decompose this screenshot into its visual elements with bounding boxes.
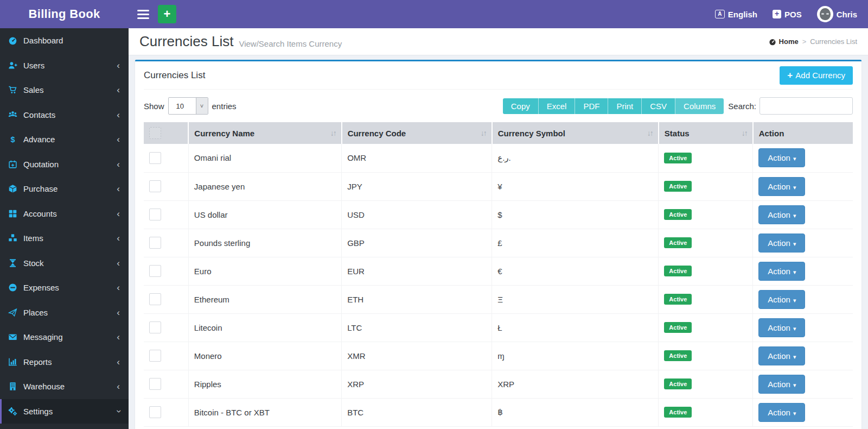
page-subtitle: View/Search Items Currency (239, 35, 342, 48)
cube-icon (8, 184, 23, 193)
page-title: Currencies List (139, 33, 233, 50)
export-csv-button[interactable]: CSV (641, 98, 675, 114)
row-checkbox[interactable] (149, 321, 161, 333)
add-currency-button[interactable]: + Add Currency (780, 66, 853, 85)
export-excel-button[interactable]: Excel (538, 98, 575, 114)
currency-code-cell: OMR (342, 144, 492, 172)
page-size-value: 10 (169, 98, 196, 114)
row-checkbox[interactable] (149, 378, 161, 390)
sidebar-item-items[interactable]: Items‹ (0, 226, 129, 251)
action-dropdown-button[interactable]: Action▾ (758, 290, 805, 309)
caret-down-icon: ▾ (793, 382, 796, 388)
column-header-currency-code[interactable]: Currency Code↓↑ (342, 122, 492, 144)
sidebar-item-purchase[interactable]: Purchase‹ (0, 176, 129, 201)
breadcrumb-home[interactable]: Home (769, 37, 799, 46)
currency-name-cell: US dollar (188, 200, 341, 229)
card-title: Currencies List (144, 70, 205, 81)
row-checkbox[interactable] (149, 350, 161, 362)
action-dropdown-button[interactable]: Action▾ (758, 148, 805, 167)
currency-name-cell: Ripples (188, 370, 341, 398)
sidebar-item-advance[interactable]: $Advance‹ (0, 127, 129, 152)
search-label: Search: (728, 102, 756, 111)
sidebar-item-label: Purchase (23, 184, 58, 193)
status-badge: Active (664, 407, 692, 418)
caret-down-icon: ▾ (793, 269, 796, 275)
users-icon (8, 110, 23, 119)
search-input[interactable] (760, 97, 853, 115)
column-header-currency-name[interactable]: Currency Name↓↑ (188, 122, 341, 144)
export-print-button[interactable]: Print (608, 98, 641, 114)
sidebar-item-expenses[interactable]: Expenses‹ (0, 275, 129, 300)
row-checkbox[interactable] (149, 265, 161, 277)
table-row: Pounds sterlingGBP£ActiveAction▾ (144, 229, 853, 257)
column-header-status[interactable]: Status↓↑ (659, 122, 753, 144)
plus-icon: + (787, 70, 793, 81)
sidebar-item-contacts[interactable]: Contacts‹ (0, 103, 129, 128)
sidebar-item-label: Settings (23, 407, 53, 416)
action-dropdown-button[interactable]: Action▾ (758, 205, 805, 224)
row-checkbox[interactable] (149, 406, 161, 418)
sidebar-item-places[interactable]: Places‹ (0, 300, 129, 325)
row-checkbox[interactable] (149, 152, 161, 164)
user-menu[interactable]: Chris (817, 6, 857, 22)
sidebar-item-settings[interactable]: Settings‹ (0, 399, 129, 424)
row-checkbox[interactable] (149, 180, 161, 192)
language-menu[interactable]: A English (715, 10, 757, 19)
export-button-group: CopyExcelPDFPrintCSVColumns (503, 98, 724, 114)
pos-label: POS (784, 10, 802, 19)
sidebar-item-label: Dashboard (23, 36, 63, 45)
language-label: English (728, 10, 757, 19)
top-navbar: Billing Book + A English + POS Chris (0, 0, 868, 28)
action-dropdown-button[interactable]: Action▾ (758, 234, 805, 253)
minus-circle-icon (8, 283, 23, 292)
row-checkbox[interactable] (149, 293, 161, 305)
action-dropdown-button[interactable]: Action▾ (758, 318, 805, 337)
avatar (817, 6, 833, 22)
status-badge: Active (664, 209, 692, 220)
table-row: US dollarUSD$ActiveAction▾ (144, 200, 853, 229)
row-checkbox[interactable] (149, 237, 161, 249)
plus-square-icon: + (773, 10, 781, 18)
action-dropdown-button[interactable]: Action▾ (758, 375, 805, 394)
sidebar-item-stock[interactable]: Stock‹ (0, 251, 129, 276)
table-row: MoneroXMRɱActiveAction▾ (144, 342, 853, 370)
sidebar-item-messaging[interactable]: Messaging‹ (0, 325, 129, 350)
select-all-checkbox[interactable] (149, 127, 161, 139)
sidebar-item-reports[interactable]: Reports‹ (0, 350, 129, 375)
table-row: RipplesXRPXRPActiveAction▾ (144, 370, 853, 398)
page-size-select[interactable]: 10 ˅ (168, 97, 208, 115)
sidebar-item-dashboard[interactable]: Dashboard (0, 28, 129, 53)
pos-button[interactable]: + POS (773, 10, 802, 19)
sidebar-item-label: Places (23, 308, 48, 317)
action-dropdown-button[interactable]: Action▾ (758, 346, 805, 365)
gears-icon (8, 407, 23, 416)
sidebar-item-sales[interactable]: Sales‹ (0, 78, 129, 103)
sidebar-toggle-icon[interactable] (137, 8, 149, 21)
row-checkbox[interactable] (149, 209, 161, 220)
sidebar-item-warehouse[interactable]: Warehouse‹ (0, 374, 129, 399)
hourglass-icon (8, 258, 23, 268)
export-copy-button[interactable]: Copy (503, 98, 538, 114)
currency-symbol-cell: £ (492, 229, 659, 257)
status-badge: Active (664, 378, 692, 389)
language-icon: A (715, 10, 725, 18)
column-header-currency-symbol[interactable]: Currency Symbol↓↑ (492, 122, 659, 144)
export-columns-button[interactable]: Columns (675, 98, 724, 114)
sidebar-item-label: Contacts (23, 110, 55, 119)
action-dropdown-button[interactable]: Action▾ (758, 177, 805, 196)
user-plus-icon (8, 61, 23, 70)
sidebar-item-quotation[interactable]: Quotation‹ (0, 152, 129, 177)
sidebar-item-accounts[interactable]: Accounts‹ (0, 201, 129, 226)
chevron-left-icon: ‹ (117, 135, 120, 144)
action-dropdown-button[interactable]: Action▾ (758, 262, 805, 281)
export-pdf-button[interactable]: PDF (575, 98, 608, 114)
currency-symbol-cell: € (492, 257, 659, 285)
currency-symbol-cell: ฿ (492, 398, 659, 426)
sidebar-item-users[interactable]: Users‹ (0, 53, 129, 78)
quick-add-button[interactable]: + (158, 5, 176, 23)
action-dropdown-button[interactable]: Action▾ (758, 403, 805, 422)
bar-chart-icon (8, 357, 23, 367)
currency-code-cell: ETH (342, 285, 492, 313)
currency-name-cell: Japanese yen (188, 172, 341, 200)
currency-code-cell: XRP (342, 370, 492, 398)
